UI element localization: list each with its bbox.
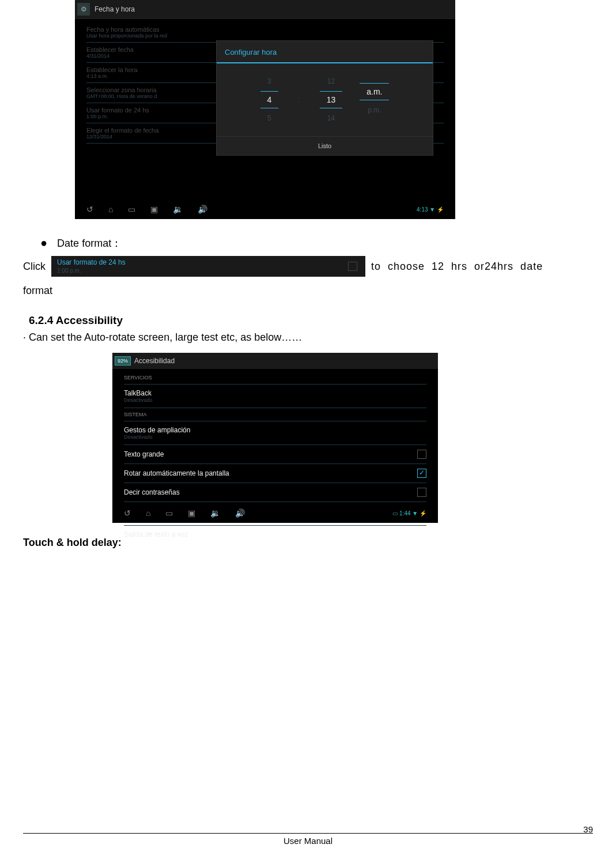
picker-value-selected: 4 bbox=[260, 91, 279, 108]
screenshot-icon[interactable]: ▣ bbox=[150, 205, 158, 214]
title-bar: 92% Accesibilidad bbox=[112, 353, 438, 369]
after-inline-cont: format bbox=[23, 285, 593, 297]
settings-icon: ⚙ bbox=[77, 3, 90, 16]
checkbox-icon[interactable] bbox=[417, 450, 426, 459]
title-bar: ⚙ Fecha y hora bbox=[75, 0, 455, 19]
click-text: Click bbox=[23, 261, 46, 273]
footer: User Manual bbox=[23, 833, 593, 846]
back-icon[interactable]: ↺ bbox=[124, 508, 131, 518]
picker-value-below: 5 bbox=[265, 112, 274, 125]
back-icon[interactable]: ↺ bbox=[86, 205, 93, 214]
list-item[interactable]: Fecha y hora automáticas Usar hora propo… bbox=[86, 22, 444, 43]
after-inline-text: to choose 12 hrs or24hrs date bbox=[371, 261, 543, 273]
list-item[interactable]: Decir contraseñas bbox=[124, 483, 426, 502]
screenshot-icon[interactable]: ▣ bbox=[188, 508, 195, 518]
screenshot-accessibility: 92% Accesibilidad SERVICIOS TalkBack Des… bbox=[112, 353, 438, 523]
checkbox-icon[interactable]: ✓ bbox=[417, 469, 426, 478]
item-title: Rotar automáticamente la pantalla bbox=[124, 469, 229, 477]
item-subtitle: Desactivado bbox=[124, 434, 190, 440]
minute-column[interactable]: 12 13 14 bbox=[320, 75, 343, 125]
done-button[interactable]: Listo bbox=[217, 136, 433, 155]
picker-value-selected: a.m. bbox=[360, 83, 389, 100]
battery-badge: 92% bbox=[115, 356, 131, 365]
home-icon[interactable]: ⌂ bbox=[108, 205, 113, 214]
item-title: Gestos de ampliación bbox=[124, 426, 190, 434]
picker-value-below: 14 bbox=[325, 112, 337, 125]
checkbox-icon bbox=[348, 262, 357, 271]
list-item[interactable]: Salida de texto a voz bbox=[124, 526, 426, 543]
picker-value-above: 12 bbox=[325, 75, 337, 88]
list-item[interactable]: TalkBack Desactivado bbox=[124, 385, 426, 408]
inline-setting-item[interactable]: Usar formato de 24 hs 1:00 p.m. bbox=[51, 256, 365, 277]
time-picker-dialog: Configurar hora 3 4 5 : 12 13 14 a.m. bbox=[216, 40, 433, 156]
nav-bar: ↺ ⌂ ▭ ▣ 🔉 🔊 4:13 ▼ ⚡ bbox=[75, 199, 455, 219]
vol-up-icon[interactable]: 🔊 bbox=[198, 205, 207, 214]
status-time: ▭ 1:44 ▼ ⚡ bbox=[392, 510, 426, 517]
picker-value-selected: 13 bbox=[320, 91, 343, 108]
checkbox-icon[interactable] bbox=[417, 488, 426, 497]
item-title: Fecha y hora automáticas bbox=[86, 26, 444, 33]
status-time: 4:13 ▼ ⚡ bbox=[417, 206, 444, 213]
item-subtitle: Usar hora proporcionada por la red bbox=[86, 33, 444, 39]
list-item[interactable]: Rotar automáticamente la pantalla ✓ bbox=[124, 464, 426, 483]
section-body: · Can set the Auto-rotate screen, large … bbox=[23, 331, 593, 344]
vol-up-icon[interactable]: 🔊 bbox=[235, 508, 245, 518]
item-subtitle: Desactivado bbox=[124, 397, 153, 403]
click-instruction: Click Usar formato de 24 hs 1:00 p.m. to… bbox=[23, 256, 593, 277]
dialog-title: Configurar hora bbox=[217, 41, 433, 63]
item-title: Salida de texto a voz bbox=[124, 530, 188, 538]
separator: : bbox=[296, 75, 302, 125]
picker-area: 3 4 5 : 12 13 14 a.m. p.m. bbox=[217, 63, 433, 136]
hour-column[interactable]: 3 4 5 bbox=[260, 75, 279, 125]
footer-text: User Manual bbox=[284, 836, 332, 846]
picker-value-above bbox=[372, 75, 377, 80]
screenshot-date-time: ⚙ Fecha y hora Fecha y hora automáticas … bbox=[75, 0, 455, 219]
item-title: TalkBack bbox=[124, 389, 153, 397]
recent-icon[interactable]: ▭ bbox=[165, 508, 173, 518]
picker-value-below: p.m. bbox=[365, 104, 383, 116]
list-item[interactable]: Gestos de ampliación Desactivado bbox=[124, 421, 426, 445]
section-heading: 6.2.4 Accessibility bbox=[29, 314, 593, 327]
bullet-label: Date format： bbox=[57, 238, 122, 249]
vol-down-icon[interactable]: 🔉 bbox=[210, 508, 220, 518]
nav-bar: ↺ ⌂ ▭ ▣ 🔉 🔊 ▭ 1:44 ▼ ⚡ bbox=[112, 503, 438, 523]
screen-title: Fecha y hora bbox=[95, 5, 135, 13]
screen-title: Accesibilidad bbox=[134, 357, 175, 365]
section-header-system: SISTEMA bbox=[124, 408, 426, 421]
list-item[interactable]: Texto grande bbox=[124, 445, 426, 464]
recent-icon[interactable]: ▭ bbox=[128, 205, 135, 214]
bullet-icon: ● bbox=[40, 236, 47, 249]
inline-item-subtitle: 1:00 p.m. bbox=[57, 267, 81, 274]
item-title: Texto grande bbox=[124, 450, 164, 458]
vol-down-icon[interactable]: 🔉 bbox=[173, 205, 183, 214]
home-icon[interactable]: ⌂ bbox=[146, 508, 150, 518]
picker-value-above: 3 bbox=[265, 75, 274, 88]
inline-item-title: Usar formato de 24 hs bbox=[57, 258, 126, 266]
bullet-date-format: ● Date format： bbox=[40, 236, 593, 250]
item-title: Decir contraseñas bbox=[124, 488, 180, 496]
ampm-column[interactable]: a.m. p.m. bbox=[360, 75, 389, 125]
section-header-services: SERVICIOS bbox=[124, 371, 426, 385]
